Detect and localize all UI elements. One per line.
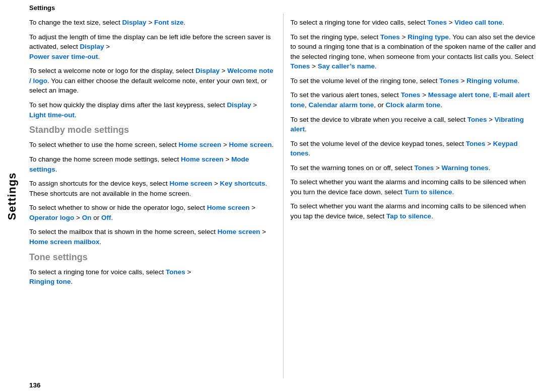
link-power-saver[interactable]: Power saver time-out bbox=[29, 53, 98, 60]
para-video-call-tone: To select a ringing tone for video calls… bbox=[291, 18, 536, 28]
para-homescreen-keys: To assign shortcuts for the device keys,… bbox=[29, 179, 275, 198]
link-key-shortcuts[interactable]: Key shortcuts bbox=[220, 180, 265, 187]
link-display-3[interactable]: Display bbox=[195, 67, 220, 74]
tone-heading: Tone settings bbox=[29, 252, 275, 263]
link-message-alert-tone[interactable]: Message alert tone bbox=[428, 91, 490, 99]
sidebar: Settings bbox=[0, 0, 24, 392]
link-tones-5[interactable]: Tones bbox=[439, 77, 459, 85]
link-home-screen-6[interactable]: Home screen bbox=[218, 228, 260, 236]
para-turn-to-silence: To select whether you want the alarms an… bbox=[291, 177, 536, 197]
para-display-light: To set how quickly the display dims afte… bbox=[29, 100, 275, 120]
link-say-callers-name[interactable]: Say caller’s name bbox=[318, 62, 375, 70]
para-display-power: To adjust the length of time the display… bbox=[29, 32, 275, 62]
link-off[interactable]: Off bbox=[101, 214, 111, 221]
para-display-welcome: To select a welcome note or logo for the… bbox=[29, 66, 275, 96]
para-vibrating-alert: To set the device to vibrate when you re… bbox=[291, 115, 536, 134]
main-content: Settings To change the text size, select… bbox=[24, 0, 544, 392]
col-left: To change the text size, select Display … bbox=[24, 14, 284, 378]
link-display-4[interactable]: Display bbox=[227, 101, 251, 109]
link-on[interactable]: On bbox=[82, 214, 92, 221]
link-tones-7[interactable]: Tones bbox=[467, 116, 487, 123]
para-ringing-type: To set the ringing type, select Tones > … bbox=[291, 32, 536, 71]
link-home-screen-4[interactable]: Home screen bbox=[169, 180, 212, 187]
link-calendar-alarm-tone[interactable]: Calendar alarm tone bbox=[309, 101, 374, 109]
para-display-font: To change the text size, select Display … bbox=[29, 18, 275, 28]
link-tones-6[interactable]: Tones bbox=[401, 91, 421, 99]
para-tap-to-silence: To select whether you want the alarms an… bbox=[291, 201, 536, 221]
link-tones-3[interactable]: Tones bbox=[380, 33, 400, 41]
link-home-screen-mailbox[interactable]: Home screen mailbox bbox=[29, 238, 100, 246]
para-alert-tones: To set the various alert tones, select T… bbox=[291, 90, 536, 110]
link-home-screen-2[interactable]: Home screen bbox=[229, 141, 272, 148]
link-home-screen-3[interactable]: Home screen bbox=[181, 155, 224, 163]
link-vibrating-alert[interactable]: Vibrating alert bbox=[291, 116, 524, 133]
link-turn-to-silence[interactable]: Turn to silence bbox=[404, 188, 452, 196]
para-keypad-tones: To set the volume level of the device ke… bbox=[291, 139, 536, 159]
link-home-screen-5[interactable]: Home screen bbox=[207, 204, 250, 211]
link-video-call-tone[interactable]: Video call tone bbox=[454, 19, 502, 26]
link-ringing-type[interactable]: Ringing type bbox=[407, 33, 449, 41]
para-homescreen-mailbox: To select the mailbox that is shown in t… bbox=[29, 227, 275, 247]
para-homescreen-use: To select whether to use the home screen… bbox=[29, 140, 275, 150]
link-tap-to-silence[interactable]: Tap to silence bbox=[386, 212, 431, 220]
link-welcome-note[interactable]: Welcome note / logo bbox=[29, 67, 274, 85]
page-footer: 136 bbox=[24, 378, 544, 392]
link-ringing-tone[interactable]: Ringing tone bbox=[29, 278, 71, 285]
sidebar-label: Settings bbox=[6, 172, 19, 220]
link-font-size[interactable]: Font size bbox=[154, 19, 184, 26]
link-tones-4[interactable]: Tones bbox=[291, 62, 310, 70]
columns: To change the text size, select Display … bbox=[24, 14, 544, 378]
link-tones-8[interactable]: Tones bbox=[466, 140, 486, 147]
link-tones-9[interactable]: Tones bbox=[414, 164, 434, 172]
para-ringing-tone: To select a ringing tone for voice calls… bbox=[29, 267, 275, 287]
link-light-timeout[interactable]: Light time-out bbox=[29, 111, 75, 119]
page-header: Settings bbox=[24, 0, 544, 14]
para-homescreen-mode: To change the home screen mode settings,… bbox=[29, 154, 275, 174]
link-ringing-volume[interactable]: Ringing volume bbox=[466, 77, 517, 85]
link-warning-tones[interactable]: Warning tones bbox=[442, 164, 489, 172]
link-tones-2[interactable]: Tones bbox=[427, 19, 447, 26]
link-operator-logo[interactable]: Operator logo bbox=[29, 214, 74, 221]
link-display-2[interactable]: Display bbox=[80, 43, 104, 50]
para-ringing-volume: To set the volume level of the ringing t… bbox=[291, 76, 536, 86]
page-wrapper: Settings Settings To change the text siz… bbox=[0, 0, 544, 392]
link-clock-alarm-tone[interactable]: Clock alarm tone bbox=[386, 101, 441, 109]
standby-heading: Standby mode settings bbox=[29, 124, 275, 136]
col-right: To select a ringing tone for video calls… bbox=[284, 14, 545, 378]
link-display[interactable]: Display bbox=[122, 19, 147, 26]
link-tones-1[interactable]: Tones bbox=[166, 268, 185, 276]
para-warning-tones: To set the warning tones on or off, sele… bbox=[291, 163, 536, 173]
para-homescreen-operator: To select whether to show or hide the op… bbox=[29, 203, 275, 222]
link-home-screen-1[interactable]: Home screen bbox=[178, 141, 221, 148]
